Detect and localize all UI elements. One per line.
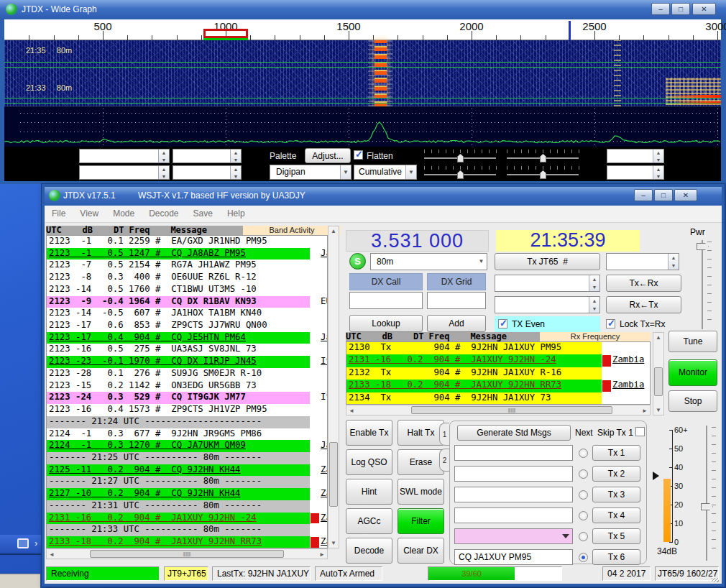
flatten-checkbox[interactable]	[354, 150, 363, 160]
tx6-message-field[interactable]: CQ JA1XUY PM95	[454, 549, 573, 565]
band-activity-hscrollbar[interactable]: ◄ ► ⦀⦀⦀	[46, 548, 328, 559]
rx-frequency-table[interactable]: 2130 Tx 904 # 9J2HN JA1XUY PM952131 -16 …	[346, 341, 651, 405]
tx4-select-radio[interactable]	[579, 511, 588, 520]
msg-tab-1[interactable]: 1	[439, 423, 449, 446]
minimize-icon[interactable]: –	[634, 189, 653, 201]
slider-handle[interactable]	[540, 154, 546, 162]
halt-tx-button[interactable]: Halt Tx	[398, 420, 444, 446]
tx3-message-field[interactable]	[454, 487, 573, 502]
enable-tx-button[interactable]: Enable Tx	[346, 420, 392, 446]
decode-row[interactable]: 2123 -24 0.3 529 # CQ IT9GJK JM77It	[47, 392, 327, 404]
decode-row[interactable]: 2123 -1 0.1 2259 # EA/GXD JR1NHD PM95	[47, 236, 327, 248]
tx1-button[interactable]: Tx 1	[592, 445, 640, 461]
decode-row[interactable]: 2133 -18 0.2 904 # JA1XUY 9J2HN RR73Za	[47, 536, 327, 548]
agcc-button[interactable]: AGCc	[346, 508, 392, 534]
tx4-button[interactable]: Tx 4	[592, 507, 640, 523]
menu-mode[interactable]: Mode	[106, 206, 142, 219]
close-icon[interactable]: ✕	[692, 3, 716, 15]
decode-row[interactable]: 2123 -23 -0.1 1970 # CQ DX I1RJP JN45It	[47, 356, 327, 368]
pwr-slider[interactable]	[691, 239, 716, 331]
s-meter-button[interactable]: S	[349, 253, 366, 270]
decode-button[interactable]: Decode	[346, 538, 392, 564]
frequency-scale[interactable]: 50010001500200025003000	[4, 19, 721, 40]
stop-button[interactable]: Stop	[668, 390, 717, 412]
tx5-select-radio[interactable]	[579, 532, 588, 541]
log-qso-button[interactable]: Log QSO	[346, 449, 392, 475]
tx-from-rx-button[interactable]: Tx←Rx	[606, 275, 681, 292]
decode-row[interactable]: 2130 Tx 904 # 9J2HN JA1XUY PM95	[346, 342, 650, 354]
slider-handle[interactable]	[540, 170, 546, 179]
palette-select[interactable]: Digipan▼	[270, 165, 351, 180]
tx1-select-radio[interactable]	[579, 449, 588, 458]
decode-row[interactable]: 2134 Tx 904 # 9J2HN JA1XUY 73	[346, 392, 650, 405]
tx5-button[interactable]: Tx 5	[592, 528, 640, 544]
decode-row[interactable]: 2123 -9 -0.4 1964 # CQ DX R1BAV KN93EU	[47, 296, 327, 308]
menu-view[interactable]: View	[73, 206, 106, 219]
band-activity-table[interactable]: 2123 -1 0.1 2259 # EA/GXD JR1NHD PM95212…	[46, 235, 328, 548]
taskbar-window-icon[interactable]	[17, 538, 29, 548]
period-separator-row[interactable]: ------- 21:31 UTC ---------- 80m -------	[47, 500, 327, 513]
start-hz-spinner[interactable]: Start 100 Hz▲▼	[173, 149, 242, 163]
resize-grip[interactable]	[712, 578, 719, 582]
tx2-button[interactable]: Tx 2	[592, 466, 640, 482]
tx6-button[interactable]: Tx 6	[592, 549, 640, 565]
monitor-button[interactable]: Monitor	[668, 359, 717, 386]
slider-handle[interactable]	[457, 170, 464, 179]
pwr-slider-handle[interactable]	[697, 243, 709, 250]
tune-button[interactable]: Tune	[668, 331, 717, 352]
band-activity-tab[interactable]: Band Activity	[243, 226, 341, 235]
jt65-jt9-split-spinner[interactable]: JT65 2400 JT9▲▼	[79, 165, 170, 180]
lookup-button[interactable]: Lookup	[349, 315, 423, 332]
decode-row[interactable]: 2123 -15 0.2 1142 # ON3EDG UR5GBB 73	[47, 380, 327, 392]
report-spinner[interactable]: Report -16▲▼	[606, 253, 679, 270]
hint-button[interactable]: Hint	[346, 479, 392, 505]
rx-freq-spinner[interactable]: Rx 904 Hz▲▼	[495, 296, 600, 313]
decode-row[interactable]: 2124 -1 0.3 1270 # CQ JA7UKM QM09Ja	[47, 440, 327, 452]
period-separator-row[interactable]: ------- 21:27 UTC ---------- 80m -------	[47, 476, 327, 488]
spectrum-gain-slider[interactable]	[424, 165, 496, 179]
decode-row[interactable]: 2124 -1 0.3 677 # 9J2HN JR9GMS PM86	[47, 428, 327, 441]
spec-percent-spinner[interactable]: Spec 30 %▲▼	[607, 149, 664, 163]
decode-row[interactable]: 2125 -11 0.2 904 # CQ 9J2HN KH44Za	[47, 464, 327, 477]
close-icon[interactable]: ✕	[674, 189, 697, 201]
bins-per-pixel-spinner[interactable]: Bins/Pixel 4▲▼	[79, 149, 170, 163]
decode-row[interactable]: 2123 -17 0.6 853 # ZP9CTS JJ7WRU QN00	[47, 320, 327, 332]
decode-row[interactable]: 2123 -14 0.5 1760 # CT1BWU UT3MS -10	[47, 284, 327, 296]
maximize-icon[interactable]: □	[671, 3, 690, 15]
decode-row[interactable]: 2123 -17 0.4 904 # CQ JE5HTN PM64Ja	[47, 332, 327, 344]
menu-help[interactable]: Help	[220, 206, 252, 219]
menu-decode[interactable]: Decode	[142, 206, 185, 219]
band-select[interactable]: 80m▼	[370, 253, 487, 270]
waterfall-gain-slider[interactable]	[424, 148, 496, 162]
erase-button[interactable]: Erase	[398, 449, 444, 475]
decode-row[interactable]: 2131 -16 0.2 904 # JA1XUY 9J2HN -24Zambi…	[346, 354, 650, 367]
rx-frequency-vscrollbar[interactable]: ▲▼	[653, 332, 664, 415]
dx-grid-input[interactable]	[427, 292, 486, 309]
decode-row[interactable]: 2123 -8 0.3 400 # OE6UUE RZ6L R-12	[47, 272, 327, 284]
decode-row[interactable]: 2123 -28 0.1 276 # SU9JG SM0EJR R-10	[47, 368, 327, 380]
tx4-message-field[interactable]	[454, 507, 573, 523]
lock-txrx-checkbox[interactable]	[606, 319, 615, 329]
decode-row[interactable]: 2123 -14 -0.5 607 # JA1HOX TA1BM KN40	[47, 308, 327, 320]
rx-from-tx-button[interactable]: Rx←Tx	[606, 296, 681, 313]
period-separator-row[interactable]: ------- 21:25 UTC ---------- 80m -------	[47, 452, 327, 464]
tx-mode-button[interactable]: Tx JT65 #	[495, 253, 600, 270]
rx-frequency-hscrollbar[interactable]: ◄ ► ⦀⦀⦀	[346, 405, 651, 415]
generate-std-msgs-button[interactable]: Generate Std Msgs	[457, 425, 571, 441]
decode-row[interactable]: 2123 -1 0.5 1247 # CQ JA8ABZ PM95Ja	[47, 248, 327, 260]
msg-tab-2[interactable]: 2	[439, 449, 449, 472]
spectrum-plot[interactable]	[4, 106, 721, 147]
period-separator-row[interactable]: ------- 21:33 UTC ---------- 80m -------	[47, 524, 327, 536]
filter-button[interactable]: Filter	[398, 508, 444, 534]
smooth-spinner[interactable]: Smooth 1▲▼	[607, 165, 664, 180]
tx3-select-radio[interactable]	[579, 490, 588, 500]
decode-row[interactable]: 2133 -18 0.2 904 # JA1XUY 9J2HN RR73Zamb…	[346, 380, 650, 392]
tx3-button[interactable]: Tx 3	[592, 487, 640, 502]
audio-level-slider[interactable]	[696, 424, 720, 562]
main-titlebar[interactable]: JTDX v17.5.1 WSJT-X v1.7 based HF versio…	[45, 187, 722, 206]
spectrum-mode-select[interactable]: Cumulative▼	[354, 165, 417, 180]
clear-dx-button[interactable]: Clear DX	[398, 538, 444, 564]
rx-frequency-tab[interactable]: Rx Frequency	[540, 332, 651, 341]
decode-row[interactable]: 2131 -16 0.2 904 # JA1XUY 9J2HN -24Za	[47, 513, 327, 525]
adjust-button[interactable]: Adjust...	[305, 148, 351, 163]
